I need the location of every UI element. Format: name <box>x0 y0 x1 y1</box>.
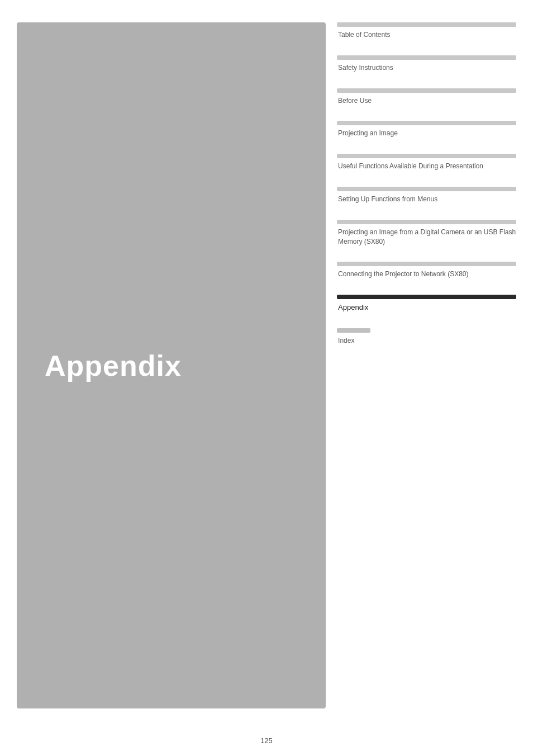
toc-spacer-7 <box>337 252 516 262</box>
toc-spacer-3 <box>337 111 516 121</box>
toc-spacer-4 <box>337 144 516 154</box>
toc-label-table-of-contents: Table of Contents <box>337 30 516 40</box>
toc-item-safety-instructions[interactable]: Safety Instructions <box>337 55 516 73</box>
toc-bar-appendix <box>337 295 516 299</box>
toc-label-digital-camera: Projecting an Image from a Digital Camer… <box>337 228 516 247</box>
toc-spacer-9 <box>337 318 516 328</box>
toc-bar-safety-instructions <box>337 55 516 60</box>
toc-item-network[interactable]: Connecting the Projector to Network (SX8… <box>337 262 516 279</box>
toc-item-table-of-contents[interactable]: Table of Contents <box>337 22 516 40</box>
main-content: Appendix Table of Contents Safety Instru… <box>0 0 533 731</box>
toc-bar-before-use <box>337 88 516 93</box>
toc-spacer-1 <box>337 45 516 55</box>
left-panel: Appendix <box>17 22 326 708</box>
toc-label-useful-functions: Useful Functions Available During a Pres… <box>337 162 516 171</box>
right-panel: Table of Contents Safety Instructions Be… <box>326 22 516 708</box>
toc-label-appendix: Appendix <box>337 303 516 313</box>
toc-bar-setting-up <box>337 187 516 191</box>
toc-item-index[interactable]: Index <box>337 328 516 346</box>
toc-bar-network <box>337 262 516 266</box>
toc-label-before-use: Before Use <box>337 96 516 106</box>
toc-label-index: Index <box>337 336 516 346</box>
toc-bar-table-of-contents <box>337 22 516 27</box>
toc-item-digital-camera[interactable]: Projecting an Image from a Digital Camer… <box>337 220 516 247</box>
toc-spacer-5 <box>337 177 516 187</box>
appendix-title: Appendix <box>45 349 182 382</box>
toc-spacer-6 <box>337 210 516 220</box>
page-container: Appendix Table of Contents Safety Instru… <box>0 0 533 756</box>
toc-bar-digital-camera <box>337 220 516 224</box>
toc-bar-index <box>337 328 370 333</box>
toc-bar-projecting-an-image <box>337 121 516 125</box>
toc-item-setting-up[interactable]: Setting Up Functions from Menus <box>337 187 516 204</box>
toc-item-useful-functions[interactable]: Useful Functions Available During a Pres… <box>337 154 516 171</box>
page-footer: 125 <box>0 731 533 756</box>
toc-item-projecting-an-image[interactable]: Projecting an Image <box>337 121 516 138</box>
page-number: 125 <box>260 736 273 745</box>
toc-item-before-use[interactable]: Before Use <box>337 88 516 106</box>
toc-item-appendix[interactable]: Appendix <box>337 295 516 313</box>
toc-spacer-2 <box>337 78 516 88</box>
toc-label-setting-up: Setting Up Functions from Menus <box>337 195 516 204</box>
toc-spacer-8 <box>337 285 516 295</box>
toc-label-safety-instructions: Safety Instructions <box>337 63 516 73</box>
toc-label-projecting-an-image: Projecting an Image <box>337 129 516 138</box>
toc-label-network: Connecting the Projector to Network (SX8… <box>337 270 516 279</box>
toc-bar-useful-functions <box>337 154 516 158</box>
